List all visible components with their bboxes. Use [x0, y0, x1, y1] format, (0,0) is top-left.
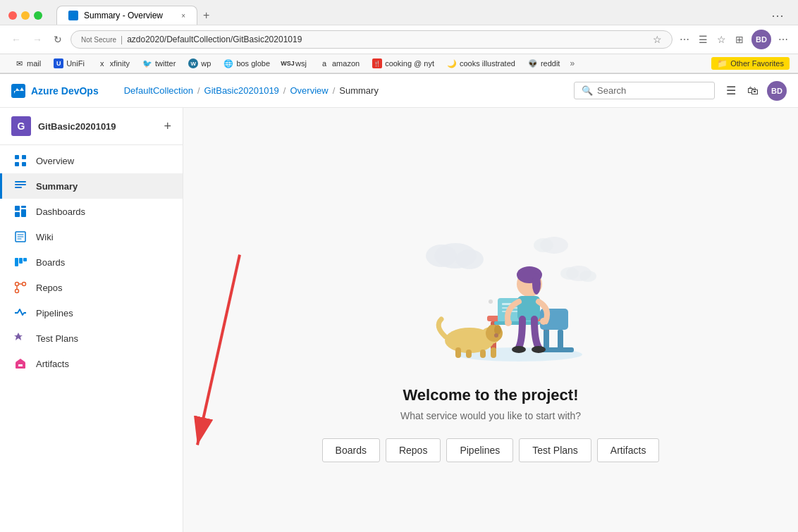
bos-globe-icon: 🌐 — [223, 58, 233, 68]
sidebar-item-pipelines-label: Pipelines — [36, 308, 73, 318]
service-button-pipelines[interactable]: Pipelines — [446, 438, 513, 462]
service-button-repos[interactable]: Repos — [386, 438, 441, 462]
browser-more-button[interactable]: ⋯ — [777, 33, 790, 46]
svg-rect-55 — [455, 347, 461, 358]
reading-list-button[interactable]: ☰ — [696, 33, 709, 46]
bookmark-xfinity[interactable]: x xfinity — [92, 57, 135, 70]
service-button-test-plans[interactable]: Test Plans — [519, 438, 591, 462]
bookmark-wp-label: wp — [201, 59, 211, 68]
breadcrumb-project[interactable]: GitBasic20201019 — [204, 85, 279, 96]
favorites-button[interactable]: ☆ — [715, 33, 728, 46]
sidebar-item-boards-label: Boards — [36, 257, 65, 268]
address-bar: ← → ↻ Not Secure | azdo2020/DefaultColle… — [0, 25, 798, 54]
sidebar-item-boards[interactable]: Boards — [0, 249, 183, 275]
sidebar-item-dashboards[interactable]: Dashboards — [0, 199, 183, 224]
bookmark-bos-globe[interactable]: 🌐 bos globe — [218, 57, 276, 70]
sidebar-item-summary[interactable]: Summary — [0, 173, 183, 199]
tab-close-button[interactable]: × — [181, 12, 185, 20]
url-text: azdo2020/DefaultCollection/GitBasic20201… — [127, 35, 302, 44]
svg-rect-56 — [466, 349, 472, 358]
sidebar-project-header: G GitBasic20201019 + — [0, 108, 183, 145]
sidebar-item-artifacts[interactable]: Artifacts — [0, 351, 183, 376]
sidebar-navigation: Overview Summary Dashboards — [0, 145, 183, 532]
maximize-window-button[interactable] — [34, 11, 42, 20]
close-window-button[interactable] — [8, 11, 17, 20]
sidebar-item-pipelines[interactable]: Pipelines — [0, 300, 183, 326]
bookmark-mail-label: mail — [27, 59, 41, 68]
sidebar-item-test-plans[interactable]: Test Plans — [0, 326, 183, 351]
svg-rect-14 — [19, 258, 23, 264]
welcome-area: Welcome to the project! What service wou… — [294, 189, 688, 490]
bookmark-mail[interactable]: ✉ mail — [8, 57, 47, 70]
sidebar: G GitBasic20201019 + Overview Summary — [0, 108, 183, 532]
svg-point-27 — [534, 238, 553, 252]
forward-button[interactable]: → — [30, 31, 45, 48]
dashboards-icon — [13, 204, 27, 218]
bookmark-wsj[interactable]: WSJ wsj — [277, 57, 312, 70]
svg-point-25 — [455, 249, 484, 269]
service-button-artifacts[interactable]: Artifacts — [597, 438, 660, 462]
xfinity-icon: x — [97, 58, 107, 68]
bookmark-cooks-illustrated-label: cooks illustrated — [460, 59, 515, 68]
svg-point-45 — [505, 319, 512, 326]
bookmark-unifi[interactable]: U UniFi — [48, 57, 90, 70]
security-indicator: Not Secure — [81, 36, 116, 44]
svg-rect-57 — [480, 349, 486, 358]
svg-rect-5 — [22, 162, 26, 166]
browser-menu-button[interactable]: ⋯ — [766, 8, 790, 23]
sidebar-item-overview[interactable]: Overview — [0, 148, 183, 173]
header-search-box[interactable]: 🔍 Search — [574, 82, 715, 99]
svg-point-47 — [512, 346, 526, 353]
mail-icon: ✉ — [14, 58, 24, 68]
bookmark-amazon[interactable]: a amazon — [314, 57, 365, 70]
bookmark-twitter-label: twitter — [155, 59, 176, 68]
bookmark-cooks-illustrated[interactable]: 🌙 cooks illustrated — [441, 57, 521, 70]
ado-logo[interactable]: Azure DevOps — [11, 84, 99, 98]
new-tab-button[interactable]: + — [197, 6, 215, 25]
wp-icon: W — [188, 58, 198, 68]
svg-rect-3 — [22, 155, 26, 159]
other-favorites-folder[interactable]: 📁 Other Favorites — [711, 57, 790, 70]
bookmark-twitter[interactable]: 🐦 twitter — [137, 57, 181, 70]
bookmark-reddit[interactable]: 👽 reddit — [522, 57, 566, 70]
settings-icon-button[interactable]: ☰ — [723, 81, 739, 100]
wiki-icon — [13, 230, 27, 244]
browser-chrome: Summary - Overview × + ⋯ ← → ↻ Not Secur… — [0, 0, 798, 74]
sidebar-item-repos[interactable]: Repos — [0, 275, 183, 300]
browser-tab-active[interactable]: Summary - Overview × — [56, 6, 197, 25]
artifacts-icon — [13, 357, 27, 371]
breadcrumb-sep-3: / — [333, 85, 336, 96]
svg-rect-7 — [15, 184, 26, 185]
service-button-boards[interactable]: Boards — [322, 438, 380, 462]
breadcrumb-overview[interactable]: Overview — [290, 85, 328, 96]
main-content: Welcome to the project! What service wou… — [183, 108, 798, 532]
svg-point-43 — [532, 273, 541, 295]
svg-rect-15 — [23, 258, 27, 261]
minimize-window-button[interactable] — [21, 11, 30, 20]
url-bar[interactable]: Not Secure | azdo2020/DefaultCollection/… — [70, 30, 673, 49]
browser-user-avatar[interactable]: BD — [751, 30, 771, 49]
bookmark-cooking-nyt[interactable]: 🍴 cooking @ nyt — [367, 57, 440, 70]
svg-rect-2 — [15, 155, 19, 159]
bookmark-star-icon[interactable]: ☆ — [653, 34, 662, 45]
svg-rect-13 — [15, 258, 18, 266]
breadcrumb-default-collection[interactable]: DefaultCollection — [124, 85, 193, 96]
bookmarks-overflow-button[interactable]: » — [567, 58, 577, 68]
bookmark-wp[interactable]: W wp — [183, 57, 216, 70]
overview-icon — [13, 154, 27, 168]
user-avatar-button[interactable]: BD — [767, 81, 787, 101]
sidebar-item-wiki[interactable]: Wiki — [0, 224, 183, 249]
bookmarks-bar: ✉ mail U UniFi x xfinity 🐦 twitter W wp … — [0, 54, 798, 73]
svg-rect-10 — [21, 206, 26, 208]
bookmark-cooking-nyt-label: cooking @ nyt — [385, 59, 434, 68]
boards-icon — [13, 255, 27, 269]
collections-button[interactable]: ⊞ — [733, 33, 746, 46]
refresh-button[interactable]: ↻ — [51, 31, 65, 48]
svg-point-17 — [16, 290, 19, 293]
extensions-button[interactable]: ⋯ — [678, 33, 691, 46]
svg-point-48 — [532, 346, 546, 353]
breadcrumb-sep-2: / — [283, 85, 286, 96]
shopping-bag-icon-button[interactable]: 🛍 — [744, 82, 761, 100]
back-button[interactable]: ← — [8, 31, 24, 48]
add-project-button[interactable]: + — [164, 119, 171, 134]
